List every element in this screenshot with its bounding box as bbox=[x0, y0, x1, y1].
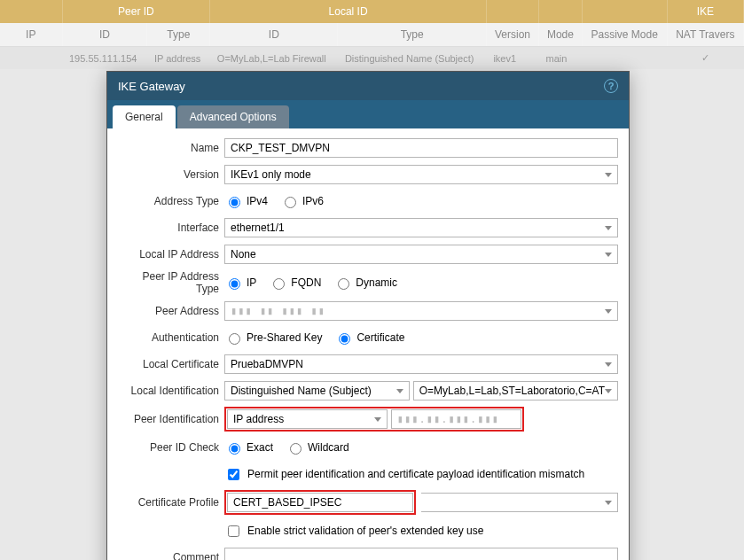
radio-peer-dynamic[interactable]: Dynamic bbox=[333, 276, 397, 290]
local-ip-select[interactable]: None bbox=[224, 245, 618, 264]
peer-id-highlight: IP address bbox=[224, 407, 524, 432]
radio-psk[interactable]: Pre-Shared Key bbox=[224, 331, 322, 345]
permit-mismatch-checkbox[interactable] bbox=[228, 469, 239, 480]
radio-certificate[interactable]: Certificate bbox=[334, 331, 404, 345]
peer-id-value-input[interactable] bbox=[391, 409, 521, 429]
cert-profile-highlight: CERT_BASED_IPSEC bbox=[224, 490, 416, 515]
chevron-down-icon bbox=[605, 309, 612, 314]
radio-ipv4[interactable]: IPv4 bbox=[224, 194, 268, 208]
chevron-down-icon bbox=[605, 253, 612, 257]
chevron-down-icon bbox=[605, 173, 612, 177]
strict-validation-checkbox[interactable] bbox=[228, 525, 239, 537]
label-comment: Comment bbox=[118, 551, 224, 560]
radio-peer-ip[interactable]: IP bbox=[224, 276, 256, 290]
local-id-value-select[interactable]: O=MyLab,L=Lab,ST=Laboratorio,C=AT bbox=[413, 381, 618, 401]
label-local-identification: Local Identification bbox=[118, 385, 224, 397]
chevron-down-icon bbox=[374, 417, 381, 422]
label-version: Version bbox=[118, 168, 224, 181]
ike-gateway-dialog: IKE Gateway ? General Advanced Options N… bbox=[106, 71, 630, 560]
radio-exact[interactable]: Exact bbox=[224, 440, 273, 455]
local-id-type-select[interactable]: Distinguished Name (Subject) bbox=[224, 381, 410, 401]
tab-strip: General Advanced Options bbox=[107, 100, 629, 128]
strict-validation-label: Enable strict validation of peer's exten… bbox=[247, 525, 483, 537]
form-body: Name Version IKEv1 only mode Address Typ… bbox=[107, 128, 629, 560]
interface-select[interactable]: ethernet1/1 bbox=[224, 218, 618, 237]
local-certificate-select[interactable]: PruebaDMVPN bbox=[224, 354, 618, 374]
comment-input[interactable] bbox=[224, 548, 618, 560]
check-icon: ✓ bbox=[667, 47, 743, 70]
background-table: Peer ID Local ID IKE IP ID Type ID Type … bbox=[0, 0, 744, 69]
label-local-ip: Local IP Address bbox=[118, 248, 224, 261]
permit-mismatch-label: Permit peer identification and certifica… bbox=[247, 468, 584, 480]
version-select[interactable]: IKEv1 only mode bbox=[224, 165, 618, 184]
label-certificate-profile: Certificate Profile bbox=[118, 496, 224, 509]
dialog-title: IKE Gateway bbox=[118, 80, 185, 93]
label-name: Name bbox=[118, 142, 224, 154]
name-input[interactable] bbox=[224, 138, 618, 158]
certificate-profile-select[interactable]: CERT_BASED_IPSEC bbox=[227, 493, 413, 512]
peer-address-select[interactable]: ▮▮▮ ▮▮ ▮▮▮ ▮▮ bbox=[224, 301, 618, 321]
label-interface: Interface bbox=[118, 222, 224, 234]
label-local-certificate: Local Certificate bbox=[118, 358, 224, 370]
chevron-down-icon bbox=[605, 362, 612, 367]
label-peer-address: Peer Address bbox=[118, 305, 224, 317]
tab-advanced-options[interactable]: Advanced Options bbox=[177, 105, 289, 128]
chevron-down-icon bbox=[605, 501, 612, 505]
peer-id-type-select[interactable]: IP address bbox=[227, 409, 388, 429]
tab-general[interactable]: General bbox=[113, 105, 176, 128]
chevron-down-icon bbox=[396, 389, 403, 393]
label-peer-id-check: Peer ID Check bbox=[118, 441, 224, 454]
label-authentication: Authentication bbox=[118, 331, 224, 344]
certificate-profile-dropdown[interactable] bbox=[421, 493, 619, 512]
chevron-down-icon bbox=[605, 389, 612, 393]
label-peer-identification: Peer Identification bbox=[118, 413, 224, 425]
radio-peer-fqdn[interactable]: FQDN bbox=[269, 276, 321, 290]
radio-wildcard[interactable]: Wildcard bbox=[286, 440, 349, 455]
dialog-header: IKE Gateway ? bbox=[107, 72, 629, 100]
chevron-down-icon bbox=[605, 226, 612, 230]
label-peer-ip-type: Peer IP Address Type bbox=[118, 270, 224, 295]
label-address-type: Address Type bbox=[118, 195, 224, 207]
radio-ipv6[interactable]: IPv6 bbox=[280, 194, 324, 208]
table-row[interactable]: 195.55.111.154 IP address O=MyLab,L=Lab … bbox=[0, 47, 744, 70]
help-icon[interactable]: ? bbox=[604, 79, 618, 93]
